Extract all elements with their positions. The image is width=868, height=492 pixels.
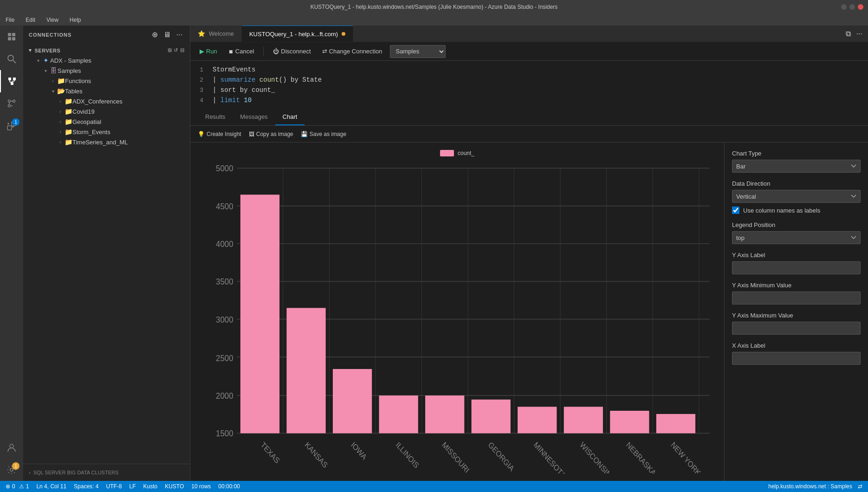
use-column-names-checkbox[interactable]: [732, 207, 739, 214]
maximize-button[interactable]: [849, 4, 855, 10]
y-axis-max-input[interactable]: [732, 322, 861, 335]
tables-folder-icon: 📂: [57, 87, 65, 95]
close-button[interactable]: [858, 4, 863, 10]
table-label: TimeSeries_and_ML: [72, 139, 128, 146]
change-connection-button[interactable]: ⇄ Change Connection: [318, 46, 386, 57]
run-button[interactable]: ▶ Run: [196, 46, 221, 57]
table-icon: 📁: [64, 108, 72, 115]
status-kusto[interactable]: KUSTO: [165, 483, 184, 490]
svg-line-5: [13, 60, 16, 63]
tree-tables[interactable]: ▾ 📂 Tables: [23, 86, 190, 96]
xlabel-missouri: MISSOURI: [440, 440, 471, 473]
toolbar-sep-1: [263, 47, 264, 56]
data-direction-label: Data Direction: [732, 180, 861, 187]
result-tab-results[interactable]: Results: [198, 109, 233, 125]
save-as-image-action[interactable]: 💾 Save as image: [301, 131, 346, 137]
cancel-button[interactable]: ⏹ Cancel: [225, 46, 258, 57]
tab-welcome[interactable]: ⭐ Welcome: [190, 26, 242, 42]
main-layout: 1 1 CONNECTIONS ⊕ 🖥 ··· ▾: [0, 26, 868, 481]
legend-color-swatch: [440, 150, 454, 156]
activity-bottom: 1: [0, 436, 23, 481]
servers-header[interactable]: ▾ SERVERS ⊞ ↺ ⊟: [23, 45, 190, 55]
window-controls[interactable]: [841, 4, 863, 10]
new-connection-button[interactable]: ⊕: [150, 29, 160, 40]
status-position[interactable]: Ln 4, Col 11: [36, 483, 66, 490]
more-tab-actions-button[interactable]: ···: [855, 29, 864, 39]
tree-functions[interactable]: › 📁 Functions: [23, 76, 190, 86]
status-spaces[interactable]: Spaces: 4: [74, 483, 98, 490]
svg-text:4500: 4500: [216, 201, 233, 211]
line-num-2: 2: [190, 77, 209, 84]
child-arrow: ›: [57, 99, 64, 104]
create-insight-action[interactable]: 💡 Create Insight: [198, 131, 241, 137]
extensions-badge: 1: [12, 118, 19, 126]
code-editor[interactable]: 1 StormEvents 2 | summarize count() by S…: [190, 61, 868, 109]
activity-git[interactable]: [0, 92, 23, 115]
tree-table-storm[interactable]: › 📁 Storm_Events: [23, 127, 190, 137]
tab-bar: ⭐ Welcome KUSTOQuery_1 - help.k...ft.com…: [190, 26, 868, 42]
split-editor-button[interactable]: ⧉: [844, 29, 853, 39]
result-tabs: Results Messages Chart: [190, 109, 868, 126]
y-axis-max-label: Y Axis Maximum Value: [732, 312, 861, 319]
result-tab-chart[interactable]: Chart: [275, 109, 305, 125]
xlabel-wisconsin: WISCONSIN: [578, 440, 613, 473]
activity-extensions[interactable]: 1: [0, 115, 23, 137]
tree-table-adx[interactable]: › 📁 ADX_Conferences: [23, 96, 190, 106]
server-new-btn[interactable]: ⊞: [168, 47, 172, 53]
line-content-3: | sort by count_: [209, 86, 868, 94]
tree-table-covid[interactable]: › 📁 Covid19: [23, 106, 190, 117]
status-errors[interactable]: ⊗ 0 ⚠ 1: [6, 483, 29, 490]
tree-table-timeseries[interactable]: › 📁 TimeSeries_and_ML: [23, 137, 190, 147]
cancel-label: Cancel: [235, 48, 254, 55]
tab-kusto[interactable]: KUSTOQuery_1 - help.k...ft.com): [242, 26, 353, 42]
activity-explorer[interactable]: [0, 26, 23, 48]
chart-type-select[interactable]: Bar Line Scatter Time Series: [732, 160, 861, 173]
database-selector[interactable]: Samples: [390, 45, 446, 58]
menu-file[interactable]: File: [4, 16, 16, 24]
svg-rect-2: [8, 37, 11, 40]
data-direction-select[interactable]: Vertical Horizontal: [732, 190, 861, 203]
sql-cluster-item[interactable]: › SQL SERVER BIG DATA CLUSTERS: [29, 468, 184, 477]
menu-edit[interactable]: Edit: [24, 16, 37, 24]
svg-text:1500: 1500: [216, 428, 233, 438]
disconnect-button[interactable]: ⏻ Disconnect: [269, 46, 314, 57]
line-num-3: 3: [190, 87, 209, 94]
y-axis-label-input[interactable]: [732, 261, 861, 274]
bar-illinois: [379, 395, 418, 433]
activity-search[interactable]: [0, 48, 23, 70]
menu-bar: File Edit View Help: [0, 14, 868, 26]
more-actions-button[interactable]: ···: [175, 29, 184, 40]
server-refresh-btn[interactable]: ↺: [174, 47, 178, 53]
server-icon: ✦: [42, 57, 50, 64]
server-collapse-btn[interactable]: ⊟: [180, 47, 185, 53]
database-icon: 🗄: [49, 67, 58, 74]
code-line-4: 4 | limit 10: [190, 95, 868, 105]
svg-text:3000: 3000: [216, 315, 233, 324]
status-language[interactable]: Kusto: [143, 483, 157, 490]
copy-as-image-action[interactable]: 🖼 Copy as image: [249, 131, 293, 137]
activity-settings[interactable]: 1: [0, 459, 23, 481]
status-encoding[interactable]: UTF-8: [106, 483, 122, 490]
tab-actions: ⧉ ···: [840, 26, 868, 42]
activity-account[interactable]: [0, 436, 23, 459]
svg-point-19: [10, 444, 13, 448]
tree-database-samples[interactable]: ▾ 🗄 Samples: [23, 65, 190, 76]
status-line-ending[interactable]: LF: [129, 483, 136, 490]
menu-help[interactable]: Help: [68, 16, 83, 24]
legend-position-select[interactable]: top bottom left right none: [732, 231, 861, 244]
result-tab-messages[interactable]: Messages: [233, 109, 275, 125]
activity-connections[interactable]: [0, 70, 23, 92]
svg-rect-8: [11, 82, 13, 85]
status-server[interactable]: help.kusto.windows.net : Samples: [768, 483, 852, 490]
add-server-button[interactable]: 🖥: [162, 29, 173, 40]
tab-kusto-label: KUSTOQuery_1 - help.k...ft.com): [249, 31, 338, 38]
bar-georgia: [472, 400, 511, 434]
child-arrow: ›: [57, 119, 64, 124]
tree-server-adx[interactable]: ▾ ✦ ADX - Samples: [23, 55, 190, 65]
bar-kansas: [286, 308, 325, 433]
tree-table-geo[interactable]: › 📁 Geospatial: [23, 117, 190, 127]
x-axis-label-input[interactable]: [732, 352, 861, 365]
menu-view[interactable]: View: [45, 16, 60, 24]
minimize-button[interactable]: [841, 4, 847, 10]
y-axis-min-input[interactable]: [732, 291, 861, 304]
